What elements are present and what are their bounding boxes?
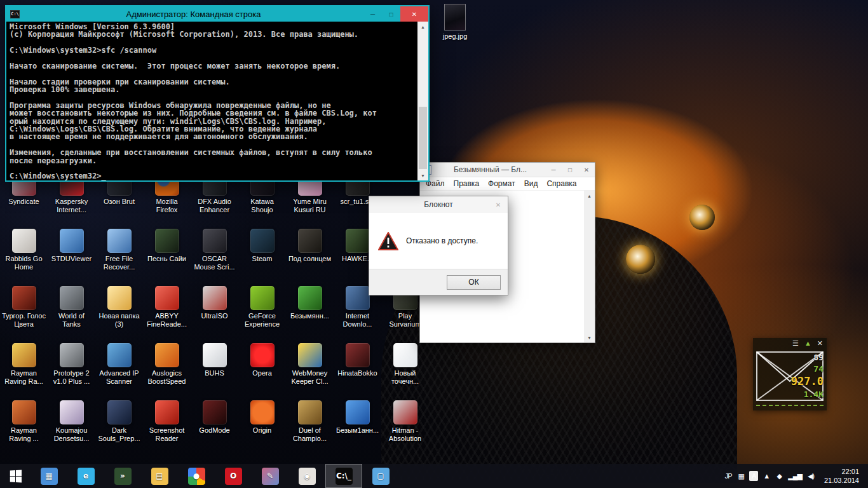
dialog-message: Отказано в доступе.: [406, 236, 478, 245]
notepad-titlebar[interactable]: Безымянный — Бл... ─ □ ✕: [420, 163, 595, 177]
desktop-icon[interactable]: Новая папка (3): [95, 286, 143, 329]
desktop-icon-label: jpeg.jpg: [443, 32, 468, 40]
scroll-track[interactable]: [584, 201, 595, 332]
desktop-icon[interactable]: STDUViewer: [48, 229, 95, 271]
desktop-icon[interactable]: Koumajou Densetsu...: [48, 400, 95, 443]
desktop-icon[interactable]: Безым1анн...: [334, 400, 381, 443]
start-button[interactable]: [0, 464, 31, 488]
taskbar-icon[interactable]: ▦: [31, 464, 67, 488]
taskbar-icon[interactable]: ●: [178, 464, 215, 488]
desktop-icon-label: Rabbids Go Home: [1, 255, 47, 271]
desktop-icon[interactable]: World of Tanks: [48, 286, 95, 329]
desktop-icon-label: UltraISO: [192, 312, 238, 320]
desktop-icon[interactable]: GeForce Experience: [238, 286, 286, 329]
desktop-icon[interactable]: Screenshot Reader: [143, 400, 191, 443]
desktop-icon[interactable]: GodMode: [191, 400, 238, 443]
taskbar-app-icon: »: [114, 468, 132, 485]
desktop-icon-image: [155, 229, 179, 253]
desktop-icon[interactable]: Opera: [238, 343, 286, 386]
network-meter-gadget[interactable]: ☰ ▲ ✕ 89 74 927.0 1.4K: [753, 338, 827, 410]
desktop-icon[interactable]: Auslogics BoostSpeed: [143, 343, 191, 386]
tray-icon[interactable]: JP: [722, 468, 735, 484]
gadget-toolbar-icon[interactable]: ☰: [792, 340, 799, 347]
taskbar-icon[interactable]: ◉: [288, 464, 325, 488]
desktop-icon-jpeg[interactable]: jpeg.jpg: [437, 4, 473, 40]
tray-icon[interactable]: ▲: [760, 468, 773, 484]
tray-icon[interactable]: ▂▄▆: [785, 468, 804, 484]
desktop-icon[interactable]: WebMoney Keeper Cl...: [286, 343, 334, 386]
gadget-toolbar-icon[interactable]: ✕: [817, 340, 823, 347]
tray-icon-glyph: А: [749, 471, 758, 481]
taskbar-icon[interactable]: O: [215, 464, 252, 488]
gadget-toolbar-icon[interactable]: ▲: [804, 340, 811, 347]
scroll-track[interactable]: [417, 32, 428, 170]
desktop-icon-label: Песнь Сайи: [144, 255, 190, 263]
desktop-icon-image: [203, 400, 227, 424]
taskbar-app-icon: ◉: [299, 468, 316, 485]
tray-icon-glyph: ◀): [805, 471, 817, 482]
taskbar-clock[interactable]: 22:01 21.03.2014: [819, 467, 865, 485]
cmd-titlebar[interactable]: C:\ Администратор: Командная строка ─ □ …: [6, 6, 428, 22]
close-icon[interactable]: ✕: [489, 196, 508, 213]
desktop-icon[interactable]: Безымянн...: [286, 286, 334, 329]
desktop-icon[interactable]: UltraISO: [191, 286, 238, 329]
scroll-down-icon[interactable]: ▼: [584, 332, 595, 342]
minimize-button[interactable]: ─: [545, 163, 562, 177]
notepad-scrollbar[interactable]: ▲ ▼: [584, 191, 595, 342]
desktop-icon[interactable]: ABBYY FineReade...: [143, 286, 191, 329]
desktop-icon[interactable]: Steam: [238, 229, 286, 271]
taskbar-icon[interactable]: e: [67, 464, 104, 488]
taskbar-icon[interactable]: »: [104, 464, 141, 488]
cmd-scrollbar[interactable]: ▲ ▼: [417, 22, 428, 180]
dialog-body: Отказано в доступе.: [369, 213, 508, 269]
taskbar-icon[interactable]: C:\_: [325, 464, 362, 488]
notepad-title: Безымянный — Бл...: [435, 165, 545, 174]
taskbar-app-icon: ▢: [372, 468, 390, 485]
notepad-menu-item[interactable]: Справка: [542, 179, 581, 188]
gadget-toolbar: ☰ ▲ ✕: [792, 340, 823, 347]
close-button[interactable]: ✕: [400, 6, 428, 22]
desktop-icon[interactable]: HinataBokko: [334, 343, 381, 386]
notepad-menu-item[interactable]: Формат: [484, 179, 520, 188]
desktop-icon[interactable]: Duel of Champio...: [286, 400, 334, 443]
maximize-button[interactable]: □: [562, 163, 578, 177]
desktop-icon[interactable]: BUHS: [191, 343, 238, 386]
desktop-icon[interactable]: Prototype 2 v1.0 Plus ...: [48, 343, 95, 386]
tray-icon[interactable]: А: [747, 468, 760, 484]
desktop-icon[interactable]: Rayman Raving ...: [0, 400, 48, 443]
minimize-button[interactable]: ─: [363, 6, 382, 22]
scroll-up-icon[interactable]: ▲: [417, 22, 428, 32]
taskbar-icon[interactable]: ✎: [252, 464, 288, 488]
tray-icon[interactable]: ◀): [804, 468, 817, 484]
taskbar-app-icon: C:\_: [336, 468, 353, 485]
scroll-down-icon[interactable]: ▼: [417, 170, 428, 180]
desktop-icon[interactable]: Тургор. Голос Цвета: [0, 286, 48, 329]
desktop-icon[interactable]: OSCAR Mouse Scri...: [191, 229, 238, 271]
desktop-icon[interactable]: Новый точечн...: [381, 343, 429, 386]
notepad-menu-item[interactable]: Вид: [520, 179, 543, 188]
desktop-icon[interactable]: Free File Recover...: [95, 229, 143, 271]
notepad-menu-item[interactable]: Правка: [449, 179, 484, 188]
desktop-icon[interactable]: Под солнцем: [286, 229, 334, 271]
taskbar-icon[interactable]: ▤: [141, 464, 178, 488]
desktop-icon[interactable]: Rayman Raving Ra...: [0, 343, 48, 386]
desktop-icon[interactable]: Hitman - Absolution: [381, 400, 429, 443]
desktop-icon[interactable]: Dark Souls_Prep...: [95, 400, 143, 443]
tray-icon[interactable]: ◆: [773, 468, 785, 484]
close-button[interactable]: ✕: [578, 163, 595, 177]
cmd-output[interactable]: Microsoft Windows [Version 6.3.9600] (c)…: [6, 22, 417, 180]
scroll-up-icon[interactable]: ▲: [584, 191, 595, 201]
desktop-icon[interactable]: Rabbids Go Home: [0, 229, 48, 271]
cmd-app-icon: C:\: [10, 10, 20, 18]
taskbar-icon[interactable]: ▢: [362, 464, 399, 488]
tray-icon[interactable]: ▦: [735, 468, 747, 484]
ok-button[interactable]: ОК: [447, 275, 501, 290]
dialog-titlebar[interactable]: Блокнот ✕: [369, 196, 508, 213]
desktop-icon-image: [346, 400, 370, 424]
desktop-icon[interactable]: Песнь Сайи: [143, 229, 191, 271]
desktop-icon[interactable]: Origin: [238, 400, 286, 443]
maximize-button[interactable]: □: [382, 6, 400, 22]
desktop-icon-label: Rayman Raving Ra...: [1, 369, 47, 386]
desktop-icon[interactable]: Advanced IP Scanner: [95, 343, 143, 386]
scroll-thumb[interactable]: [419, 107, 427, 169]
